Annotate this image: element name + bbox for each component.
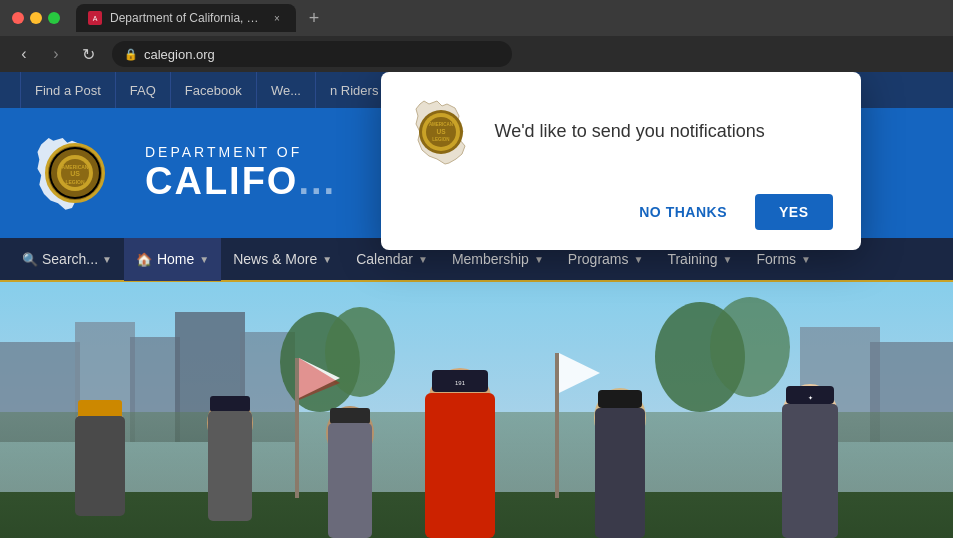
browser-nav-buttons: ‹ › ↻ bbox=[12, 42, 100, 66]
url-text: calegion.org bbox=[144, 47, 215, 62]
refresh-button[interactable]: ↻ bbox=[76, 42, 100, 66]
yes-button[interactable]: YES bbox=[755, 194, 833, 230]
modal-header: AMERICAN US LEGION We'd like to send you… bbox=[409, 96, 833, 166]
close-window-button[interactable] bbox=[12, 12, 24, 24]
url-bar[interactable]: 🔒 calegion.org bbox=[112, 41, 512, 67]
svg-text:A: A bbox=[93, 15, 98, 22]
browser-tabs: A Department of California, The... × + bbox=[76, 4, 941, 32]
fullscreen-window-button[interactable] bbox=[48, 12, 60, 24]
traffic-lights bbox=[12, 12, 60, 24]
back-button[interactable]: ‹ bbox=[12, 42, 36, 66]
active-tab[interactable]: A Department of California, The... × bbox=[76, 4, 296, 32]
website-content: Find a Post FAQ Facebook We... n Riders … bbox=[0, 72, 953, 538]
modal-buttons: NO THANKS YES bbox=[409, 194, 833, 230]
forward-button[interactable]: › bbox=[44, 42, 68, 66]
tab-favicon: A bbox=[88, 11, 102, 25]
browser-top-bar: A Department of California, The... × + bbox=[0, 0, 953, 36]
modal-logo-icon: AMERICAN US LEGION bbox=[409, 96, 479, 166]
tab-title: Department of California, The... bbox=[110, 11, 262, 25]
modal-title: We'd like to send you notifications bbox=[495, 121, 765, 142]
svg-text:AMERICAN: AMERICAN bbox=[428, 122, 452, 127]
address-bar: ‹ › ↻ 🔒 calegion.org bbox=[0, 36, 953, 72]
browser-chrome: A Department of California, The... × + ‹… bbox=[0, 0, 953, 72]
notification-modal: AMERICAN US LEGION We'd like to send you… bbox=[381, 72, 861, 250]
no-thanks-button[interactable]: NO THANKS bbox=[623, 194, 743, 230]
new-tab-button[interactable]: + bbox=[300, 4, 328, 32]
svg-text:US: US bbox=[436, 128, 446, 135]
tab-close-button[interactable]: × bbox=[270, 11, 284, 25]
minimize-window-button[interactable] bbox=[30, 12, 42, 24]
modal-overlay: AMERICAN US LEGION We'd like to send you… bbox=[0, 72, 953, 538]
svg-text:LEGION: LEGION bbox=[432, 137, 449, 142]
notification-modal-icon: AMERICAN US LEGION bbox=[409, 96, 479, 166]
lock-icon: 🔒 bbox=[124, 48, 138, 61]
